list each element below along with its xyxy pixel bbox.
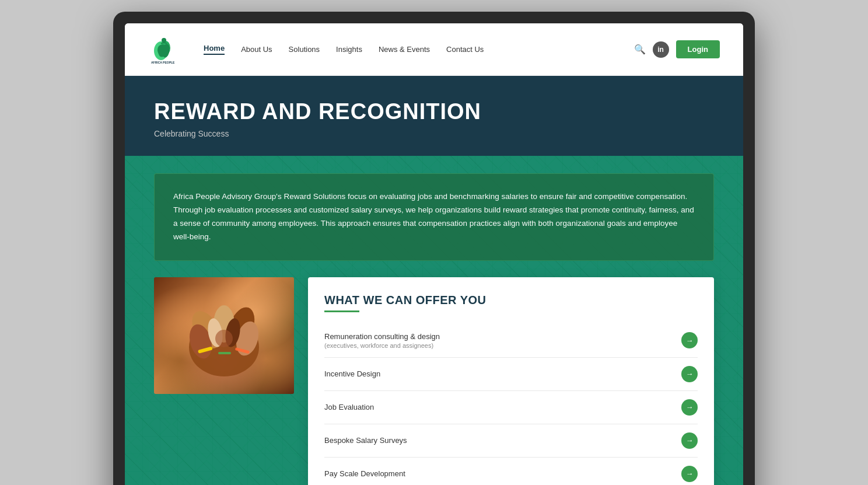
offer-title-underline <box>324 310 359 312</box>
offer-panel: WHAT WE CAN OFFER YOU Remuneration consu… <box>308 277 714 485</box>
search-icon[interactable]: 🔍 <box>634 44 646 55</box>
login-button[interactable]: Login <box>676 40 720 58</box>
linkedin-icon[interactable]: in <box>653 41 669 58</box>
offer-title: WHAT WE CAN OFFER YOU <box>324 294 698 307</box>
hero-subtitle: Celebrating Success <box>154 129 714 138</box>
hands-visual <box>154 277 294 394</box>
arrow-icon-3: → <box>681 432 698 449</box>
laptop-screen: AFRICA PEOPLE Home About Us Solutions In… <box>125 23 743 485</box>
nav-about[interactable]: About Us <box>241 45 272 54</box>
hero-title: REWARD AND RECOGNITION <box>154 99 714 124</box>
svg-point-2 <box>162 38 166 43</box>
arrow-icon-0: → <box>681 332 698 348</box>
image-column: Read through the case studies about our … <box>154 277 294 485</box>
hero-banner: REWARD AND RECOGNITION Celebrating Succe… <box>125 76 743 156</box>
arrow-icon-4: → <box>681 466 698 482</box>
intro-text: Africa People Advisory Group's Reward So… <box>173 190 695 244</box>
offer-item-remuneration[interactable]: Remuneration consulting & design (execut… <box>324 324 698 358</box>
logo-icon: AFRICA PEOPLE <box>148 33 180 65</box>
svg-text:AFRICA PEOPLE: AFRICA PEOPLE <box>151 61 175 64</box>
nav-contact[interactable]: Contact Us <box>446 45 484 54</box>
offer-item-salary-surveys[interactable]: Bespoke Salary Surveys → <box>324 424 698 458</box>
logo-area: AFRICA PEOPLE <box>148 33 180 65</box>
svg-point-16 <box>215 330 233 347</box>
offer-item-job-eval[interactable]: Job Evaluation → <box>324 391 698 424</box>
nav-links: Home About Us Solutions Insights News & … <box>204 44 634 55</box>
arrow-icon-2: → <box>681 399 698 416</box>
nav-news[interactable]: News & Events <box>379 45 430 54</box>
hands-image <box>154 277 294 394</box>
nav-solutions[interactable]: Solutions <box>289 45 320 54</box>
laptop-frame: AFRICA PEOPLE Home About Us Solutions In… <box>113 12 755 485</box>
offer-item-incentive[interactable]: Incentive Design → <box>324 358 698 391</box>
svg-rect-15 <box>218 352 231 354</box>
lower-section: Read through the case studies about our … <box>154 277 714 485</box>
nav-right: 🔍 in Login <box>634 40 720 58</box>
intro-card: Africa People Advisory Group's Reward So… <box>154 173 714 261</box>
hands-svg <box>166 283 282 388</box>
navbar: AFRICA PEOPLE Home About Us Solutions In… <box>125 23 743 76</box>
nav-home[interactable]: Home <box>204 44 225 55</box>
offer-item-left: Remuneration consulting & design (execut… <box>324 332 681 349</box>
nav-insights[interactable]: Insights <box>336 45 362 54</box>
main-content: Africa People Advisory Group's Reward So… <box>125 156 743 485</box>
offer-item-pay-scale[interactable]: Pay Scale Development → <box>324 458 698 485</box>
arrow-icon-1: → <box>681 366 698 382</box>
